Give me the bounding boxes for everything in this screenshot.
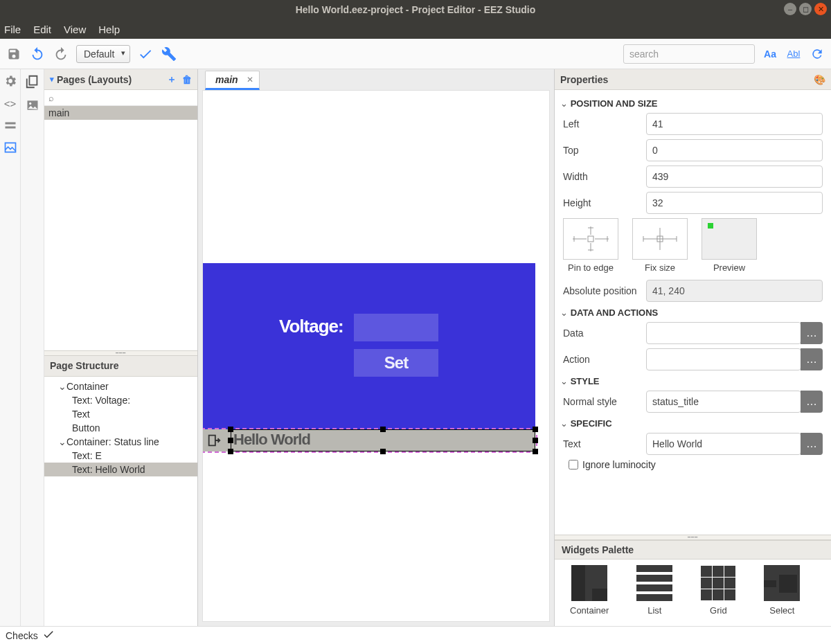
data-more-button[interactable]: … [801,322,823,344]
tree-text-e[interactable]: Text: E [44,449,197,463]
page-item-main[interactable]: main [44,106,197,120]
palette-container[interactable]: Container [570,565,609,620]
search-input[interactable]: search [623,44,755,64]
menu-help[interactable]: Help [98,24,120,35]
widgets-palette-header: Widgets Palette [555,540,831,560]
toolbar: Default search Aa Abl [0,39,831,69]
delete-page-icon[interactable]: 🗑 [182,74,192,85]
storage-icon[interactable] [3,118,18,133]
palette-icon[interactable]: 🎨 [814,74,825,85]
status-bar: Checks [0,626,831,644]
left-icon-strip: <> [0,69,21,626]
search-placeholder: search [629,48,659,60]
width-input[interactable]: 439 [646,166,823,188]
action-label: Action [563,354,646,365]
section-data-actions[interactable]: DATA AND ACTIONS [560,307,823,318]
code-icon[interactable]: <> [3,96,18,111]
hello-world-text[interactable]: Hello World [233,432,310,447]
structure-tree: ⌄Container Text: Voltage: Text Button ⌄C… [44,377,197,627]
width-label: Width [563,171,646,182]
section-position-size[interactable]: POSITION AND SIZE [560,98,823,109]
palette-grid[interactable]: Grid [700,565,736,620]
height-input[interactable]: 32 [646,192,823,214]
save-icon[interactable] [6,46,22,62]
pages-panel-header: ▾ Pages (Layouts) ＋ 🗑 [44,69,197,90]
voltage-label[interactable]: Voltage: [279,317,343,335]
checks-label[interactable]: Checks [6,630,38,641]
fix-size-box[interactable] [632,218,688,260]
tab-main[interactable]: main ✕ [205,71,260,90]
section-specific[interactable]: SPECIFIC [560,418,823,429]
add-page-icon[interactable]: ＋ [167,73,177,86]
ignore-luminosity-checkbox[interactable] [569,460,578,469]
left-panel: ▾ Pages (Layouts) ＋ 🗑 main ━━━ Page Stru… [44,69,198,626]
ignore-luminosity-label: Ignore luminocity [582,459,656,470]
menu-edit[interactable]: Edit [33,24,51,35]
properties-panel-header: Properties 🎨 [555,69,831,90]
image-icon[interactable] [24,97,41,114]
action-input[interactable] [646,348,801,370]
action-more-button[interactable]: … [801,348,823,370]
widgets-palette-title: Widgets Palette [562,544,634,555]
tree-container[interactable]: ⌄Container [44,379,197,393]
build-icon[interactable] [161,46,177,62]
pin-to-edge-label: Pin to edge [568,262,614,273]
tree-container-status[interactable]: ⌄Container: Status line [44,435,197,449]
page-background [203,263,535,429]
pin-to-edge-box[interactable] [563,218,618,260]
check-icon[interactable] [137,46,154,62]
undo-icon[interactable] [29,46,46,62]
left-icon-strip-2 [21,69,44,626]
tree-text[interactable]: Text [44,407,197,421]
window-title: Hello World.eez-project - Project Editor… [296,4,536,15]
palette-select[interactable]: Select [764,565,800,620]
tree-button[interactable]: Button [44,421,197,435]
window-close-button[interactable]: ✕ [814,3,827,15]
left-input[interactable]: 41 [646,113,823,135]
text-prop-input[interactable]: Hello World [646,433,801,455]
chevron-down-icon[interactable]: ▾ [50,75,54,84]
redo-icon[interactable] [53,46,69,62]
top-input[interactable]: 0 [646,139,823,161]
page-main: Voltage: Set Hello World [203,263,535,451]
pages-panel-title: Pages (Layouts) [57,74,132,85]
close-icon[interactable]: ✕ [247,75,253,84]
voltage-value-box[interactable] [354,314,438,341]
menu-file[interactable]: File [4,24,21,35]
normal-style-input[interactable]: status_title [646,391,801,413]
exit-icon[interactable] [203,429,225,451]
window-minimize-button[interactable]: – [784,3,796,15]
pages-list: main [44,106,197,350]
right-panel-splitter[interactable]: ━━━ [555,535,831,540]
svg-rect-2 [588,236,593,242]
container-widget-icon [571,565,607,601]
panel-splitter[interactable]: ━━━ [44,350,197,356]
normal-style-label: Normal style [563,396,646,407]
section-style[interactable]: STYLE [560,376,823,386]
image-outline-icon[interactable] [3,140,18,155]
properties-panel-title: Properties [560,74,608,85]
refresh-icon[interactable] [809,46,825,62]
whole-word-icon[interactable]: Abl [785,46,802,62]
gear-icon[interactable] [3,73,18,89]
style-more-button[interactable]: … [801,391,823,413]
tree-text-voltage[interactable]: Text: Voltage: [44,393,197,407]
menu-view[interactable]: View [64,24,86,35]
build-variant-select[interactable]: Default [76,45,130,63]
canvas[interactable]: Voltage: Set Hello World [202,90,550,622]
window-maximize-button[interactable]: ◻ [799,3,812,15]
text-more-button[interactable]: … [801,433,823,455]
fix-size-label: Fix size [645,262,675,273]
tree-text-hello-world[interactable]: Text: Hello World [44,463,197,476]
preview-box[interactable] [702,218,757,260]
structure-panel-header: Page Structure [44,356,197,377]
set-button[interactable]: Set [354,349,438,377]
data-input[interactable] [646,322,801,344]
data-label: Data [563,328,646,339]
pages-icon[interactable] [24,73,41,90]
pages-filter-input[interactable] [48,93,193,103]
text-prop-label: Text [563,438,646,449]
palette-list[interactable]: List [636,565,672,620]
pages-filter[interactable] [44,90,197,106]
match-case-icon[interactable]: Aa [762,46,778,62]
